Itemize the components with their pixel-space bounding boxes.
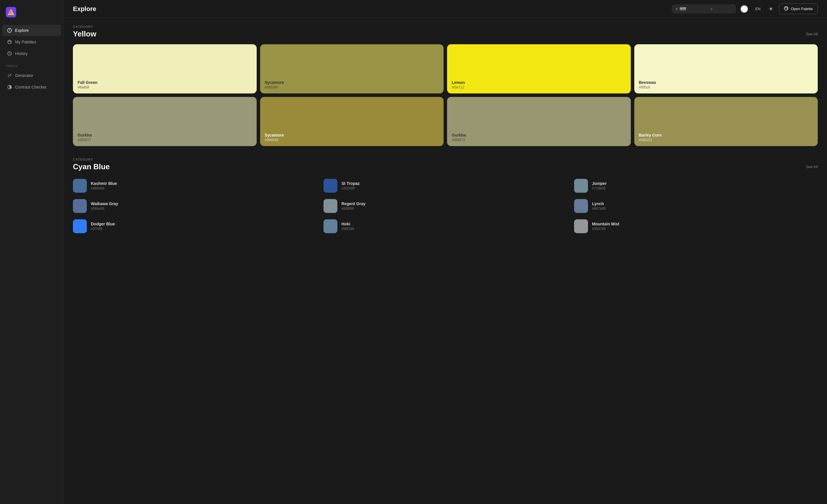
sidebar-item-history[interactable]: History <box>2 48 61 59</box>
sidebar-item-generator[interactable]: Generator <box>2 70 61 81</box>
cyan-blue-color-list: Kashmir Blue #466d99 St Tropaz #2c5499 <box>73 177 818 235</box>
list-item-kashmir-blue[interactable]: Kashmir Blue #466d99 <box>73 177 317 194</box>
sidebar-item-generator-label: Generator <box>15 73 33 78</box>
color-card-sycamore-2[interactable]: Sycamore #998b39 <box>260 97 444 146</box>
gurkha-1-name: Gurkha <box>78 133 252 138</box>
sycamore-2-name: Sycamore <box>265 133 439 138</box>
regent-gray-swatch <box>324 199 337 213</box>
color-card-sycamore-1[interactable]: Sycamore #999345 <box>260 44 444 93</box>
hoki-info: Hoki #5f8199 <box>341 221 354 231</box>
list-item-juniper[interactable]: Juniper #718b99 <box>574 177 818 194</box>
search-input[interactable] <box>680 7 709 11</box>
search-hash: # <box>676 7 678 11</box>
logo-area <box>0 5 63 24</box>
kashmir-blue-info: Kashmir Blue #466d99 <box>91 181 117 190</box>
palette-btn-icon <box>784 6 788 11</box>
page-title: Explore <box>73 5 96 13</box>
yellow-category-label: CATEGORY <box>73 25 818 28</box>
yellow-category-title: Yellow <box>73 30 96 39</box>
dodger-blue-info: Dodger Blue #2f7df9 <box>91 221 115 231</box>
compass-icon <box>7 28 12 33</box>
list-item-st-tropaz[interactable]: St Tropaz #2c5499 <box>324 177 567 194</box>
gurkha-2-name: Gurkha <box>452 133 626 138</box>
search-clear-icon[interactable]: × <box>711 7 713 11</box>
search-bar[interactable]: # × <box>672 5 736 13</box>
tools-nav: Generator Contrast Checker <box>0 69 63 93</box>
st-tropaz-hex: #2c5499 <box>341 186 360 190</box>
sidebar: Explore My Palettes History <box>0 0 64 504</box>
beeswax-hex: #f6f5c6 <box>639 85 813 89</box>
list-item-hoki[interactable]: Hoki #5f8199 <box>324 217 567 235</box>
list-item-mountain-mist[interactable]: Mountain Mist #959799 <box>574 217 818 235</box>
dodger-blue-swatch <box>73 219 87 233</box>
sidebar-item-history-label: History <box>15 51 28 56</box>
waikawa-gray-info: Waikawa Gray #566e99 <box>91 201 118 211</box>
sycamore-2-hex: #998b39 <box>265 138 439 142</box>
kashmir-blue-swatch <box>73 179 87 193</box>
svg-point-22 <box>787 8 787 9</box>
st-tropaz-swatch <box>324 179 337 193</box>
color-card-lemon[interactable]: Lemon #f3e712 <box>447 44 631 93</box>
mountain-mist-hex: #959799 <box>592 227 619 231</box>
app-logo-icon <box>6 7 16 17</box>
regent-gray-name: Regent Gray <box>341 201 366 206</box>
color-card-gurkha-1[interactable]: Gurkha #999877 <box>73 97 257 146</box>
language-button[interactable]: EN <box>753 5 763 12</box>
svg-line-13 <box>10 74 11 74</box>
cyan-blue-category-label: CATEGORY <box>73 158 818 161</box>
svg-point-15 <box>11 76 11 77</box>
dodger-blue-hex: #2f7df9 <box>91 227 115 231</box>
regent-gray-hex: #838f99 <box>341 207 366 211</box>
sidebar-item-contrast-checker-label: Contrast Checker <box>15 85 47 89</box>
wand-icon <box>7 73 12 78</box>
color-card-beeswax[interactable]: Beeswax #f6f5c6 <box>634 44 818 93</box>
sidebar-item-explore[interactable]: Explore <box>2 25 61 36</box>
open-palette-label: Open Palette <box>791 7 813 11</box>
yellow-see-all[interactable]: See All <box>806 32 818 36</box>
svg-rect-2 <box>9 11 11 14</box>
color-card-gurkha-2[interactable]: Gurkha #999672 <box>447 97 631 146</box>
list-item-regent-gray[interactable]: Regent Gray #838f99 <box>324 197 567 215</box>
hoki-hex: #5f8199 <box>341 227 354 231</box>
svg-point-8 <box>9 41 10 41</box>
mountain-mist-name: Mountain Mist <box>592 221 619 226</box>
juniper-swatch <box>574 179 588 193</box>
sidebar-item-my-palettes[interactable]: My Palettes <box>2 37 61 47</box>
list-item-lynch[interactable]: Lynch #667a99 <box>574 197 818 215</box>
gurkha-1-hex: #999877 <box>78 138 252 142</box>
palette-icon <box>7 39 12 45</box>
svg-point-21 <box>787 7 787 8</box>
barley-corn-name: Barley Corn <box>639 133 813 138</box>
sidebar-item-contrast-checker[interactable]: Contrast Checker <box>2 82 61 93</box>
color-card-barley-corn[interactable]: Barley Corn #999151 <box>634 97 818 146</box>
main-area: Explore # × EN ☀ Open Palette <box>64 0 827 504</box>
category-cyan-blue: CATEGORY Cyan Blue See All Kashmir Blue … <box>73 158 818 235</box>
mountain-mist-info: Mountain Mist #959799 <box>592 221 619 231</box>
lynch-info: Lynch #667a99 <box>592 201 605 211</box>
list-item-waikawa-gray[interactable]: Waikawa Gray #566e99 <box>73 197 317 215</box>
theme-toggle-button[interactable]: ☀ <box>767 5 774 13</box>
main-nav: Explore My Palettes History <box>0 24 63 60</box>
cyan-blue-see-all[interactable]: See All <box>806 165 818 169</box>
waikawa-gray-hex: #566e99 <box>91 207 118 211</box>
svg-marker-5 <box>9 31 10 32</box>
color-preview-circle <box>740 5 748 13</box>
color-card-fall-green[interactable]: Fall Green #f0efb9 <box>73 44 257 93</box>
svg-point-7 <box>8 41 9 42</box>
kashmir-blue-hex: #466d99 <box>91 186 117 190</box>
lemon-hex: #f3e712 <box>452 85 626 89</box>
cyan-blue-category-header: Cyan Blue See All <box>73 162 818 171</box>
open-palette-button[interactable]: Open Palette <box>779 3 818 14</box>
lynch-swatch <box>574 199 588 213</box>
juniper-name: Juniper <box>592 181 607 186</box>
st-tropaz-info: St Tropaz #2c5499 <box>341 181 360 190</box>
sidebar-item-explore-label: Explore <box>15 28 29 33</box>
svg-line-12 <box>8 74 10 77</box>
barley-corn-hex: #999151 <box>639 138 813 142</box>
juniper-info: Juniper #718b99 <box>592 181 607 190</box>
contrast-icon <box>7 85 12 90</box>
list-item-dodger-blue[interactable]: Dodger Blue #2f7df9 <box>73 217 317 235</box>
fall-green-hex: #f0efb9 <box>78 85 252 89</box>
header: Explore # × EN ☀ Open Palette <box>64 0 827 18</box>
st-tropaz-name: St Tropaz <box>341 181 360 186</box>
